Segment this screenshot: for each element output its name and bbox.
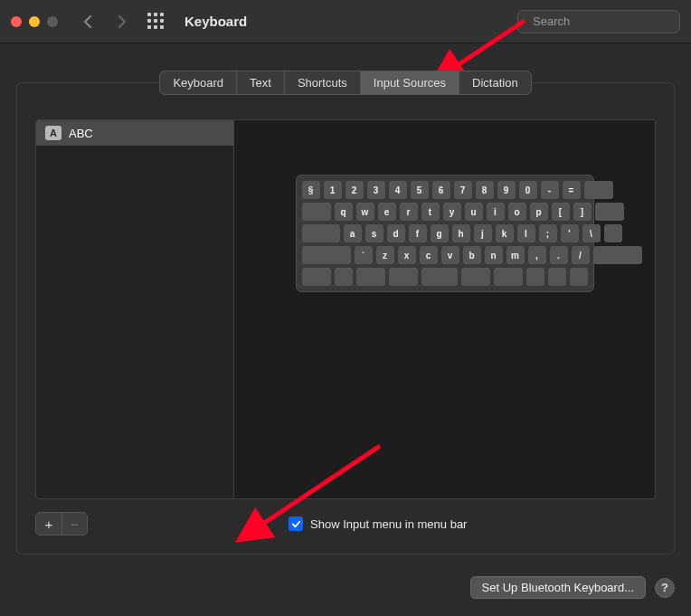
key: a [344, 224, 362, 242]
tab-keyboard[interactable]: Keyboard [160, 71, 237, 94]
search-input[interactable] [531, 14, 686, 29]
key: u [465, 203, 483, 221]
keyboard-preview: §1234567890-=qwertyuiop[]asdfghjkl;'\`zx… [296, 175, 594, 292]
key: o [508, 203, 526, 221]
key: \ [582, 224, 601, 242]
key: 0 [519, 181, 537, 199]
key: § [302, 181, 320, 199]
key: 8 [476, 181, 494, 199]
add-source-button[interactable]: + [36, 513, 62, 535]
back-button[interactable] [76, 10, 99, 33]
input-source-list[interactable]: AABC [35, 119, 234, 499]
search-field[interactable] [517, 10, 680, 33]
key: - [541, 181, 559, 199]
tab-shortcuts[interactable]: Shortcuts [285, 71, 361, 94]
key: m [506, 246, 525, 264]
close-window-button[interactable] [11, 16, 22, 27]
footer-bar: Set Up Bluetooth Keyboard... ? [0, 564, 691, 604]
tab-input-sources[interactable]: Input Sources [361, 71, 459, 94]
minimize-window-button[interactable] [29, 16, 40, 27]
key: l [517, 224, 535, 242]
checkbox-label: Show Input menu in menu bar [310, 517, 467, 531]
key: n [485, 246, 503, 264]
tab-bar: KeyboardTextShortcutsInput SourcesDictat… [16, 71, 675, 95]
key: 9 [497, 181, 516, 199]
key: y [443, 203, 461, 221]
input-source-glyph: A [45, 126, 62, 140]
forward-button[interactable] [110, 10, 134, 33]
key: b [463, 246, 481, 264]
key: ; [539, 224, 557, 242]
key: 7 [454, 181, 472, 199]
window-controls [11, 16, 58, 27]
window-title: Keyboard [185, 14, 247, 29]
key: p [530, 203, 548, 221]
key: . [550, 246, 568, 264]
key: ' [561, 224, 579, 242]
remove-source-button[interactable]: − [62, 513, 87, 535]
keyboard-preview-pane: §1234567890-=qwertyuiop[]asdfghjkl;'\`zx… [234, 119, 656, 499]
show-all-button[interactable] [145, 10, 168, 33]
key: ` [355, 246, 373, 264]
key: 1 [324, 181, 342, 199]
add-remove-control: + − [35, 512, 88, 535]
key: e [378, 203, 396, 221]
checkbox-box[interactable] [289, 516, 303, 531]
key: [ [552, 203, 570, 221]
key: / [572, 246, 590, 264]
key: c [420, 246, 438, 264]
input-source-label: ABC [69, 127, 93, 140]
key: v [441, 246, 459, 264]
key: r [400, 203, 418, 221]
key: 4 [389, 181, 407, 199]
key: f [409, 224, 427, 242]
key: q [335, 203, 353, 221]
key: w [356, 203, 374, 221]
key: g [431, 224, 449, 242]
tab-text[interactable]: Text [237, 71, 285, 94]
key: h [452, 224, 470, 242]
key: d [387, 224, 405, 242]
show-input-menu-checkbox[interactable]: Show Input menu in menu bar [289, 516, 467, 531]
key: s [365, 224, 383, 242]
titlebar: Keyboard [0, 0, 691, 43]
input-source-item[interactable]: AABC [36, 120, 233, 146]
key: , [528, 246, 546, 264]
key: 3 [367, 181, 385, 199]
help-button[interactable]: ? [655, 578, 675, 598]
key: 2 [346, 181, 364, 199]
tab-dictation[interactable]: Dictation [459, 71, 531, 94]
setup-bluetooth-button[interactable]: Set Up Bluetooth Keyboard... [470, 576, 646, 599]
key: t [421, 203, 440, 221]
key: i [487, 203, 505, 221]
key: 6 [432, 181, 450, 199]
key: x [398, 246, 416, 264]
key: k [496, 224, 514, 242]
key: z [376, 246, 394, 264]
key: j [474, 224, 492, 242]
key: = [563, 181, 581, 199]
key: 5 [411, 181, 429, 199]
checkmark-icon [291, 519, 301, 529]
zoom-window-button[interactable] [47, 16, 58, 27]
preferences-panel: AABC §1234567890-=qwertyuiop[]asdfghjkl;… [16, 82, 675, 554]
key: ] [573, 203, 592, 221]
